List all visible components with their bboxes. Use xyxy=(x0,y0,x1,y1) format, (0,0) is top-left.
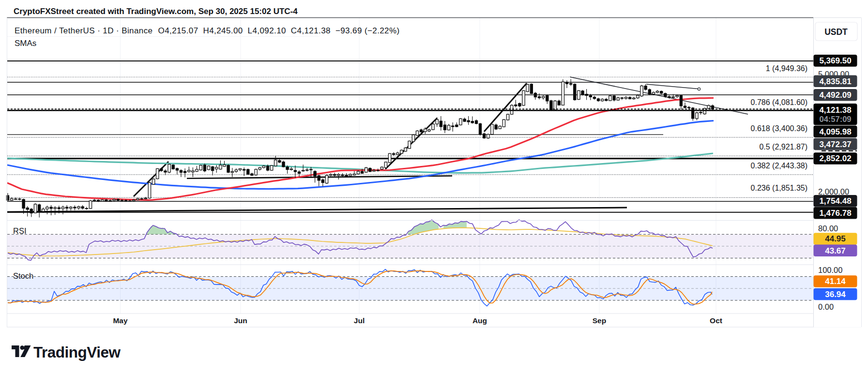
svg-text:0.5 (2,921.87): 0.5 (2,921.87) xyxy=(759,143,807,151)
svg-text:Aug: Aug xyxy=(472,316,487,325)
svg-text:0.786 (4,081.60): 0.786 (4,081.60) xyxy=(751,98,807,106)
svg-text:Jul: Jul xyxy=(354,316,365,325)
svg-text:36.94: 36.94 xyxy=(825,290,846,299)
svg-text:1 (4,949.36): 1 (4,949.36) xyxy=(766,64,807,73)
svg-text:80.00: 80.00 xyxy=(818,224,838,233)
svg-text:5,369.50: 5,369.50 xyxy=(819,56,851,65)
svg-text:1,754.48: 1,754.48 xyxy=(819,196,851,206)
svg-text:RSI: RSI xyxy=(13,226,27,235)
svg-text:44.95: 44.95 xyxy=(825,234,846,243)
svg-text:0.00: 0.00 xyxy=(818,302,834,311)
svg-text:1,476.78: 1,476.78 xyxy=(819,209,851,218)
svg-text:Sep: Sep xyxy=(593,316,606,325)
svg-text:04:57:09: 04:57:09 xyxy=(819,115,851,123)
svg-text:4,121.38: 4,121.38 xyxy=(819,105,851,115)
svg-text:43.67: 43.67 xyxy=(825,246,846,255)
svg-text:Ethereum / TetherUS · 1D · Bin: Ethereum / TetherUS · 1D · Binance O4,21… xyxy=(15,26,400,35)
svg-text:4,835.81: 4,835.81 xyxy=(819,77,851,86)
svg-text:Jun: Jun xyxy=(234,316,247,325)
svg-text:2,000.00: 2,000.00 xyxy=(818,187,849,196)
svg-text:0.236 (1,851.35): 0.236 (1,851.35) xyxy=(751,184,807,192)
svg-text:4,095.98: 4,095.98 xyxy=(819,127,851,136)
svg-text:0.382 (2,443.38): 0.382 (2,443.38) xyxy=(751,162,807,170)
svg-text:4,492.09: 4,492.09 xyxy=(819,90,851,100)
svg-text:41.14: 41.14 xyxy=(825,277,846,286)
svg-text:2,852.02: 2,852.02 xyxy=(819,154,851,163)
svg-text:Oct: Oct xyxy=(710,316,722,325)
svg-text:0.618 (3,400.36): 0.618 (3,400.36) xyxy=(751,124,807,133)
svg-text:TradingView: TradingView xyxy=(33,344,121,361)
svg-text:CryptoFXStreet created with Tr: CryptoFXStreet created with TradingView.… xyxy=(14,7,298,16)
svg-text:USDT: USDT xyxy=(824,27,848,37)
svg-text:100.00: 100.00 xyxy=(818,266,842,274)
svg-text:Stoch: Stoch xyxy=(13,271,33,280)
svg-text:SMAs: SMAs xyxy=(15,39,36,48)
svg-text:May: May xyxy=(113,316,128,325)
svg-text:3,472.37: 3,472.37 xyxy=(819,140,851,149)
